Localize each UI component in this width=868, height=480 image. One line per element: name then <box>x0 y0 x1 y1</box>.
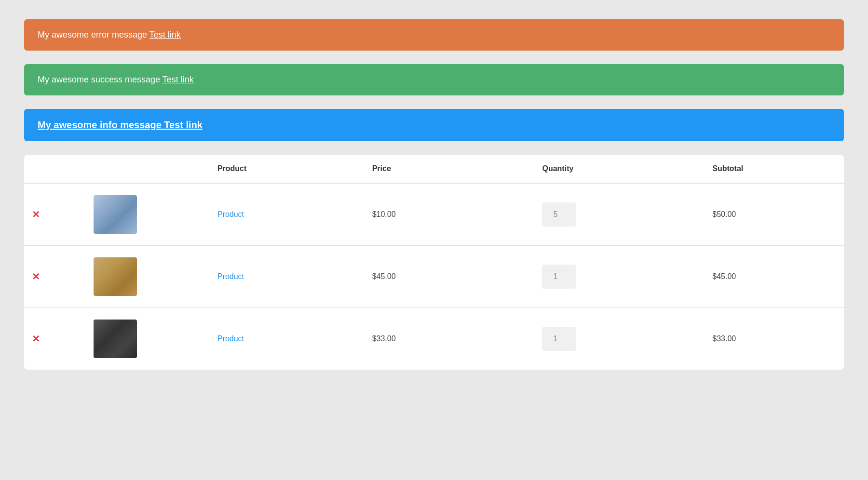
cart-table: Product Price Quantity Subtotal ✕ Produc… <box>24 155 844 370</box>
product-image <box>94 195 137 234</box>
success-message-text: My awesome success message <box>38 75 163 84</box>
col-subtotal: Subtotal <box>705 155 844 183</box>
image-cell <box>86 246 210 308</box>
quantity-cell <box>534 308 705 370</box>
image-cell <box>86 183 210 246</box>
remove-cell: ✕ <box>24 308 86 370</box>
subtotal-cell: $33.00 <box>705 308 844 370</box>
col-image <box>86 155 210 183</box>
table-row: ✕ Product $45.00 $45.00 <box>24 246 844 308</box>
product-cell: Product <box>210 183 365 246</box>
error-test-link[interactable]: Test link <box>149 30 181 40</box>
product-link[interactable]: Product <box>217 210 244 218</box>
price-cell: $10.00 <box>365 183 535 246</box>
quantity-input[interactable] <box>542 202 576 227</box>
product-image <box>94 320 137 358</box>
product-cell: Product <box>210 308 365 370</box>
price-cell: $33.00 <box>365 308 535 370</box>
col-product: Product <box>210 155 365 183</box>
product-cell: Product <box>210 246 365 308</box>
remove-button[interactable]: ✕ <box>32 271 40 282</box>
col-quantity: Quantity <box>534 155 705 183</box>
remove-cell: ✕ <box>24 183 86 246</box>
quantity-input[interactable] <box>542 327 576 351</box>
image-cell <box>86 308 210 370</box>
table-row: ✕ Product $33.00 $33.00 <box>24 308 844 370</box>
table-row: ✕ Product $10.00 $50.00 <box>24 183 844 246</box>
subtotal-cell: $45.00 <box>705 246 844 308</box>
success-test-link[interactable]: Test link <box>163 75 194 84</box>
info-test-link[interactable]: My awesome info message Test link <box>38 120 203 130</box>
quantity-cell <box>534 183 705 246</box>
col-remove <box>24 155 86 183</box>
success-alert: My awesome success message Test link <box>24 64 844 95</box>
quantity-input[interactable] <box>542 265 576 289</box>
cart-table-container: Product Price Quantity Subtotal ✕ Produc… <box>24 155 844 370</box>
subtotal-cell: $50.00 <box>705 183 844 246</box>
info-alert: My awesome info message Test link <box>24 109 844 141</box>
error-alert: My awesome error message Test link <box>24 19 844 51</box>
product-link[interactable]: Product <box>217 272 244 280</box>
table-header-row: Product Price Quantity Subtotal <box>24 155 844 183</box>
product-link[interactable]: Product <box>217 334 244 343</box>
remove-cell: ✕ <box>24 246 86 308</box>
col-price: Price <box>365 155 535 183</box>
error-message-text: My awesome error message <box>38 30 149 40</box>
remove-button[interactable]: ✕ <box>32 333 40 344</box>
product-image <box>94 257 137 296</box>
quantity-cell <box>534 246 705 308</box>
remove-button[interactable]: ✕ <box>32 209 40 220</box>
price-cell: $45.00 <box>365 246 535 308</box>
